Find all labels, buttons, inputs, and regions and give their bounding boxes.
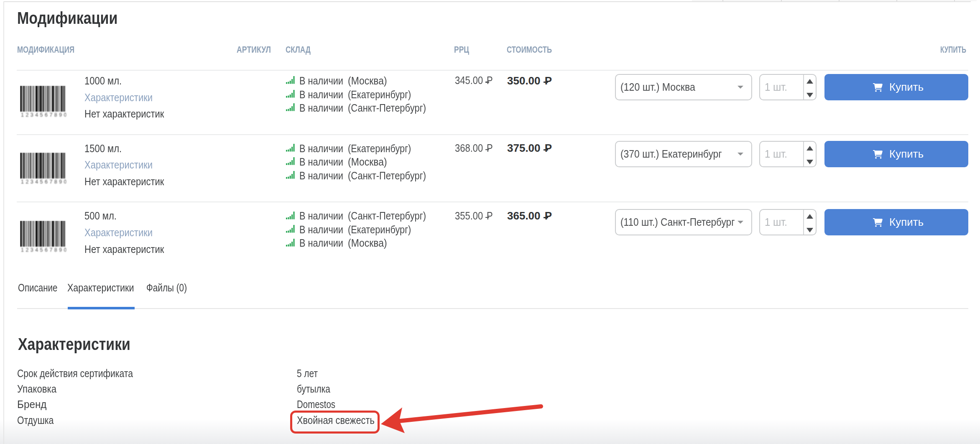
svg-text:2: 2 <box>26 247 28 253</box>
svg-text:6: 6 <box>45 179 48 184</box>
svg-text:1: 1 <box>21 179 24 184</box>
svg-text:9: 9 <box>59 112 62 117</box>
svg-text:8: 8 <box>54 179 57 184</box>
svg-text:1: 1 <box>21 247 24 253</box>
svg-text:6: 6 <box>45 112 48 117</box>
svg-text:5: 5 <box>40 112 43 117</box>
svg-text:5: 5 <box>40 247 43 253</box>
svg-text:0: 0 <box>64 112 66 117</box>
svg-text:1: 1 <box>21 112 24 117</box>
svg-text:3: 3 <box>31 247 33 253</box>
svg-text:8: 8 <box>54 247 57 253</box>
svg-text:9: 9 <box>59 247 62 253</box>
svg-text:0: 0 <box>64 179 66 184</box>
svg-text:5: 5 <box>40 179 43 184</box>
svg-text:7: 7 <box>49 247 52 253</box>
svg-text:3: 3 <box>31 179 33 184</box>
svg-text:4: 4 <box>35 247 38 253</box>
svg-text:7: 7 <box>49 112 52 117</box>
svg-text:0: 0 <box>64 247 66 253</box>
svg-text:8: 8 <box>54 112 57 117</box>
svg-text:3: 3 <box>31 112 33 117</box>
svg-text:2: 2 <box>26 179 28 184</box>
svg-text:4: 4 <box>35 112 38 117</box>
svg-text:2: 2 <box>26 112 28 117</box>
svg-text:9: 9 <box>59 179 62 184</box>
svg-text:7: 7 <box>49 179 52 184</box>
svg-text:4: 4 <box>35 179 38 184</box>
svg-text:6: 6 <box>45 247 48 253</box>
